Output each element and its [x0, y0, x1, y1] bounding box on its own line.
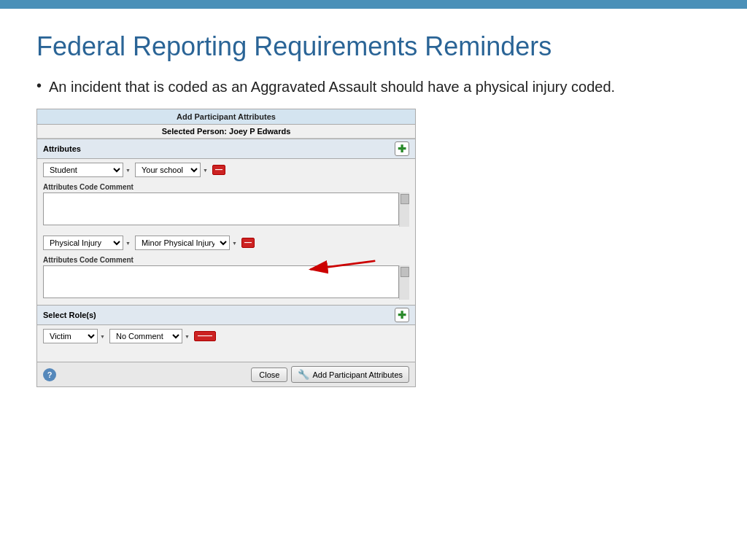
- selected-person-label: Selected Person:: [162, 127, 227, 136]
- minor-injury-select[interactable]: Minor Physical Injury: [135, 236, 230, 250]
- first-comment-textarea[interactable]: [43, 192, 399, 225]
- remove-second-attribute-button[interactable]: —: [241, 238, 255, 248]
- roles-section-header: Select Role(s) ✚: [37, 305, 415, 325]
- second-scrollbar-thumb: [400, 267, 409, 277]
- add-role-button[interactable]: ✚: [395, 308, 409, 322]
- second-comment-section: Attributes Code Comment: [37, 254, 415, 302]
- physical-injury-select-wrapper: Physical Injury: [43, 236, 131, 250]
- victim-select[interactable]: Victim: [43, 329, 98, 343]
- slide-title: Federal Reporting Requirements Reminders: [36, 31, 711, 62]
- spacer: [37, 347, 415, 362]
- second-comment-label: Attributes Code Comment: [43, 256, 409, 264]
- second-attribute-row: Physical Injury Minor Physical Injury —: [37, 232, 415, 254]
- second-scrollbar: [399, 265, 409, 300]
- remove-role-button[interactable]: ——: [194, 331, 216, 341]
- help-button[interactable]: ?: [43, 368, 56, 381]
- victim-select-wrapper: Victim: [43, 329, 105, 343]
- bullet-item-1: • An incident that is coded as an Aggrav…: [36, 77, 711, 97]
- second-comment-box-wrapper: [43, 265, 409, 300]
- first-comment-label: Attributes Code Comment: [43, 183, 409, 191]
- slide-content: Federal Reporting Requirements Reminders…: [0, 9, 747, 402]
- second-comment-textarea[interactable]: [43, 265, 399, 298]
- first-scrollbar-thumb: [400, 194, 409, 204]
- remove-first-attribute-button[interactable]: —: [212, 165, 225, 175]
- no-comment-select-wrapper: No Comment: [109, 329, 190, 343]
- bottom-buttons-bar: ? Close 🔧 Add Participant Attributes: [37, 362, 415, 386]
- school-select-wrapper: Your school: [135, 163, 208, 177]
- first-attribute-row: Student Your school —: [37, 159, 415, 181]
- no-comment-select[interactable]: No Comment: [109, 329, 182, 343]
- student-select[interactable]: Student: [43, 163, 123, 177]
- school-select[interactable]: Your school: [135, 163, 201, 177]
- add-participant-label: Add Participant Attributes: [312, 370, 403, 379]
- add-icon: 🔧: [298, 369, 309, 380]
- minor-injury-select-wrapper: Minor Physical Injury: [135, 236, 237, 250]
- selected-person-value: Joey P Edwards: [229, 127, 290, 136]
- add-attribute-button[interactable]: ✚: [395, 141, 409, 156]
- selected-person-row: Selected Person: Joey P Edwards: [37, 125, 415, 139]
- dialog-box: Add Participant Attributes Selected Pers…: [36, 109, 416, 387]
- close-button[interactable]: Close: [251, 368, 287, 382]
- first-comment-box-wrapper: [43, 192, 409, 227]
- student-select-wrapper: Student: [43, 163, 131, 177]
- first-scrollbar: [399, 192, 409, 227]
- screenshot-container: Add Participant Attributes Selected Pers…: [36, 109, 416, 387]
- role-row: Victim No Comment ——: [37, 325, 415, 347]
- dialog-title-text: Add Participant Attributes: [177, 112, 276, 121]
- bullet-dot: •: [36, 77, 42, 94]
- roles-header-text: Select Role(s): [43, 311, 96, 319]
- attributes-section-header: Attributes ✚: [37, 139, 415, 159]
- add-participant-button[interactable]: 🔧 Add Participant Attributes: [291, 366, 409, 383]
- dialog-title-bar: Add Participant Attributes: [37, 109, 415, 125]
- top-bar: [0, 0, 747, 9]
- bullet-text-1: An incident that is coded as an Aggravat…: [49, 77, 615, 97]
- attributes-header-text: Attributes: [43, 144, 81, 153]
- physical-injury-select[interactable]: Physical Injury: [43, 236, 123, 250]
- first-comment-section: Attributes Code Comment: [37, 181, 415, 229]
